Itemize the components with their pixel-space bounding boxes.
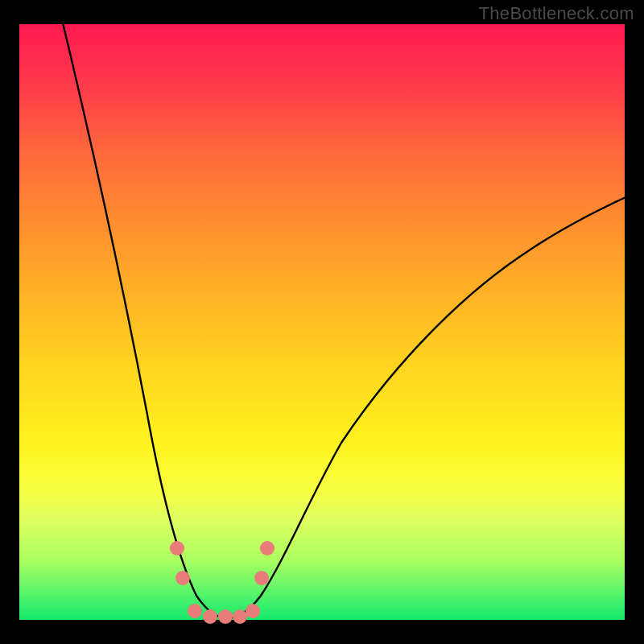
curve-left-arm bbox=[61, 16, 227, 618]
highlight-dot bbox=[203, 609, 217, 624]
highlight-dot bbox=[254, 571, 269, 585]
highlight-dot bbox=[170, 541, 184, 555]
highlight-dot bbox=[218, 609, 233, 624]
highlight-dot bbox=[260, 541, 275, 555]
highlight-dot bbox=[188, 604, 202, 618]
highlight-dot bbox=[246, 604, 260, 618]
highlight-dot bbox=[175, 571, 190, 585]
bottleneck-curve bbox=[19, 24, 625, 620]
curve-right-arm bbox=[227, 195, 631, 618]
watermark-text: TheBottleneck.com bbox=[479, 3, 634, 24]
plot-area bbox=[19, 24, 625, 620]
chart-frame: TheBottleneck.com bbox=[0, 0, 644, 644]
